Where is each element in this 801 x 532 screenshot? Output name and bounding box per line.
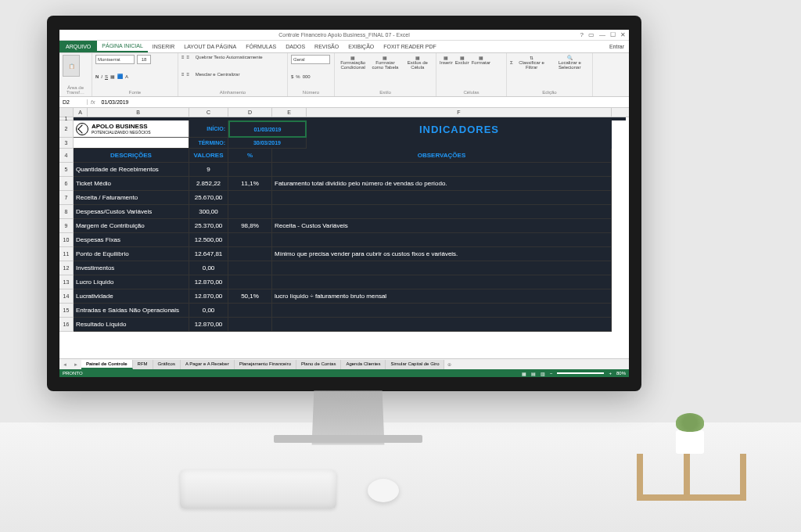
tab-home[interactable]: PÁGINA INICIAL xyxy=(97,41,148,52)
cell-obs[interactable] xyxy=(272,318,612,332)
table-row[interactable]: Investimentos0,00 xyxy=(74,261,629,275)
cell-pct[interactable]: 98,8% xyxy=(228,219,272,233)
cell-value[interactable]: 25.370,00 xyxy=(189,219,228,233)
table-row[interactable]: Despesas/Custos Variáveis300,00 xyxy=(74,205,629,219)
spreadsheet-grid[interactable]: APOLO BUSINESS POTENCIALIZANDO NEGÓCIOS … xyxy=(74,117,629,332)
cell-value[interactable]: 0,00 xyxy=(189,304,228,318)
row-header[interactable]: 10 xyxy=(59,233,74,247)
cell-desc[interactable]: Investimentos xyxy=(74,261,189,275)
fx-icon[interactable]: fx xyxy=(88,99,98,105)
bold-button[interactable]: N xyxy=(95,74,99,79)
wrap-text-button[interactable]: Quebrar Texto Automaticamente xyxy=(196,55,263,59)
row-header[interactable]: 13 xyxy=(59,275,74,289)
row-header[interactable]: 11 xyxy=(59,247,74,261)
table-row[interactable]: Lucratividade12.870,0050,1%lucro líquido… xyxy=(74,289,629,304)
cell-obs[interactable] xyxy=(272,304,612,318)
cell-obs[interactable] xyxy=(272,205,612,219)
col-header[interactable]: C xyxy=(189,108,228,117)
sort-filter-button[interactable]: ⇅Classificar e Filtrar xyxy=(515,55,548,70)
cell-value[interactable]: 25.670,00 xyxy=(189,191,228,205)
col-header[interactable]: B xyxy=(88,108,189,117)
cell-value[interactable]: 0,00 xyxy=(189,261,228,275)
cell-desc[interactable]: Ponto de Equilíbrio xyxy=(74,247,189,261)
sheet-tab[interactable]: A Pagar e A Receber xyxy=(181,360,235,369)
cell-pct[interactable]: 50,1% xyxy=(228,289,272,304)
format-table-button[interactable]: ▦Formatar como Tabela xyxy=(370,55,400,70)
cell-desc[interactable]: Despesas/Custos Variáveis xyxy=(74,205,189,219)
cell-styles-button[interactable]: ▦Estilos de Célula xyxy=(403,55,433,70)
view-normal-icon[interactable]: ▦ xyxy=(522,371,526,376)
tab-nav-next-icon[interactable]: ► xyxy=(70,362,81,367)
tab-insert[interactable]: INSERIR xyxy=(148,41,179,52)
table-row[interactable]: Despesas Fixas12.500,00 xyxy=(74,233,629,247)
help-icon[interactable]: ? xyxy=(580,31,584,38)
row-header[interactable]: 2 xyxy=(59,120,74,138)
zoom-out-icon[interactable]: − xyxy=(550,371,553,376)
cell-value[interactable]: 12.870,00 xyxy=(189,289,228,304)
cell-pct[interactable] xyxy=(228,163,272,177)
align-top-icon[interactable]: ≡ xyxy=(181,55,185,59)
cell-desc[interactable]: Despesas Fixas xyxy=(74,233,189,247)
cell-value[interactable]: 2.852,22 xyxy=(189,177,228,191)
cell-obs[interactable]: Receita - Custos Variáveis xyxy=(272,219,612,233)
cell-obs[interactable] xyxy=(272,261,612,275)
cell-pct[interactable] xyxy=(228,304,272,318)
new-sheet-icon[interactable]: ⊕ xyxy=(444,361,454,367)
cell-pct[interactable] xyxy=(228,191,272,205)
merge-button[interactable]: Mesclar e Centralizar xyxy=(196,72,240,77)
col-header[interactable]: F xyxy=(307,108,612,117)
cell-desc[interactable]: Receita / Faturamento xyxy=(74,191,189,205)
zoom-level[interactable]: 80% xyxy=(616,371,626,376)
cell-obs[interactable] xyxy=(272,191,612,205)
ribbon-options-icon[interactable]: ▭ xyxy=(588,31,594,38)
row-header[interactable]: 16 xyxy=(59,318,74,332)
number-format-select[interactable]: Geral xyxy=(291,55,330,64)
cell-pct[interactable] xyxy=(228,205,272,219)
start-date-cell[interactable]: 01/03/2019 xyxy=(228,120,307,138)
table-row[interactable]: Resultado Líquido12.870,00 xyxy=(74,318,629,332)
name-box[interactable]: D2 xyxy=(59,99,88,105)
font-name-select[interactable]: Montserrat xyxy=(95,55,135,64)
cell-obs[interactable]: Mínimo que precisa vender para cubrir os… xyxy=(272,247,612,261)
table-row[interactable]: Lucro Líquido12.870,00 xyxy=(74,275,629,289)
align-mid-icon[interactable]: ≡ xyxy=(187,55,190,59)
minimize-icon[interactable]: — xyxy=(599,31,605,38)
delete-cells-button[interactable]: ▦Excluir xyxy=(455,55,469,65)
tab-view[interactable]: EXIBIÇÃO xyxy=(343,41,379,52)
tab-review[interactable]: REVISÃO xyxy=(310,41,343,52)
close-icon[interactable]: ✕ xyxy=(620,31,626,38)
cell-pct[interactable]: 11,1% xyxy=(228,177,272,191)
italic-button[interactable]: I xyxy=(101,74,102,79)
font-color-button[interactable]: A xyxy=(125,74,128,79)
sheet-tab[interactable]: Gráficos xyxy=(153,360,181,369)
cell-desc[interactable]: Resultado Líquido xyxy=(74,318,189,332)
row-header[interactable]: 8 xyxy=(59,205,74,219)
cell-desc[interactable]: Margem de Contribuição xyxy=(74,219,189,233)
signin-link[interactable]: Entrar xyxy=(609,44,629,49)
cell-desc[interactable]: Ticket Médio xyxy=(74,177,189,191)
tab-layout[interactable]: LAYOUT DA PÁGINA xyxy=(179,41,241,52)
col-header[interactable]: E xyxy=(272,108,307,117)
row-header[interactable]: 9 xyxy=(59,219,74,233)
row-header[interactable]: 7 xyxy=(59,191,74,205)
cell-obs[interactable]: Faturamento total dividido pelo número d… xyxy=(272,177,612,191)
cell-value[interactable]: 9 xyxy=(189,163,228,177)
format-cells-button[interactable]: ▦Formatar xyxy=(472,55,490,65)
cell-value[interactable]: 12.500,00 xyxy=(189,233,228,247)
find-select-button[interactable]: 🔍Localizar e Selecionar xyxy=(550,55,589,70)
cell-pct[interactable] xyxy=(228,261,272,275)
tab-nav-prev-icon[interactable]: ◄ xyxy=(59,362,70,367)
zoom-slider[interactable] xyxy=(557,372,604,374)
view-layout-icon[interactable]: ▤ xyxy=(531,371,536,376)
cell-value[interactable]: 12.647,81 xyxy=(189,247,228,261)
file-tab[interactable]: ARQUIVO xyxy=(59,41,97,52)
table-row[interactable]: Ticket Médio2.852,2211,1%Faturamento tot… xyxy=(74,177,629,191)
underline-button[interactable]: S xyxy=(105,74,108,79)
currency-icon[interactable]: $ xyxy=(291,74,293,79)
maximize-icon[interactable]: ☐ xyxy=(610,31,616,38)
tab-data[interactable]: DADOS xyxy=(281,41,310,52)
sheet-tab[interactable]: Painel de Controle xyxy=(81,360,133,369)
tab-foxit[interactable]: FOXIT READER PDF xyxy=(379,41,441,52)
cell-obs[interactable] xyxy=(272,275,612,289)
cell-desc[interactable]: Lucratividade xyxy=(74,289,189,304)
